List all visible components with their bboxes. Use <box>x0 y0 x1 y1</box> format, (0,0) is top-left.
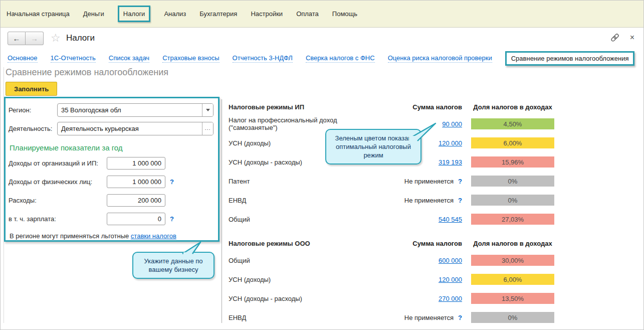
column-sum-header: Сумма налогов <box>387 240 462 247</box>
regime-name: Общий <box>229 257 387 264</box>
share-cell: 6,00% <box>471 137 554 148</box>
field-input[interactable]: 0 <box>107 213 165 225</box>
help-icon[interactable]: ? <box>458 178 462 185</box>
activity-input[interactable]: Деятельность курьерская ... <box>57 122 213 135</box>
field-input[interactable]: 1 000 000 <box>107 157 165 170</box>
tab-Список задач[interactable]: Список задач <box>109 54 149 63</box>
help-icon[interactable]: ? <box>458 197 462 204</box>
share-cell: 15,96% <box>471 156 554 168</box>
table-row: УСН (доходы - расходы)270 00013,50% <box>229 289 554 308</box>
not-applicable-text: Не применяется <box>404 314 454 321</box>
main-menu-bar: Начальная страницаДеньгиНалогиАнализБухг… <box>1 1 643 28</box>
field-input[interactable]: 1 000 000 <box>107 176 165 188</box>
share-cell: 13,50% <box>471 293 554 304</box>
field-input[interactable]: 200 000 <box>107 194 165 207</box>
share-cell: 27,03% <box>471 214 554 225</box>
form-hint-callout: Укажите данные по вашему бизнесу <box>132 252 214 279</box>
sum-link[interactable]: 600 000 <box>439 257 462 264</box>
forward-arrow-icon: → <box>31 34 38 43</box>
table-header-row: Налоговые режимы ОООСумма налоговДоля на… <box>229 236 554 251</box>
back-arrow-icon: ← <box>13 34 21 43</box>
column-sum-header: Сумма налогов <box>387 103 462 111</box>
share-bar: 0% <box>471 195 554 206</box>
help-icon[interactable]: ? <box>170 178 174 186</box>
form-field-row: Доходы от организаций и ИП:1 000 000 <box>9 157 214 170</box>
sum-cell: 120 000 <box>387 276 462 283</box>
tax-rates-link[interactable]: ставки налогов <box>131 232 176 240</box>
column-title: Налоговые режимы ИП <box>229 103 387 111</box>
menu-item-Деньги[interactable]: Деньги <box>83 10 104 18</box>
activity-label: Деятельность: <box>9 125 57 132</box>
region-dropdown-button[interactable] <box>202 104 213 116</box>
share-cell: 4,50% <box>471 118 554 129</box>
share-cell: 0% <box>471 195 554 206</box>
fill-button[interactable]: Заполнить <box>6 82 57 96</box>
panel-divider <box>222 99 222 323</box>
close-icon[interactable]: × <box>630 33 634 43</box>
sum-cell: 600 000 <box>387 257 462 264</box>
tab-Основное[interactable]: Основное <box>8 54 38 63</box>
menu-item-Оплата[interactable]: Оплата <box>296 10 319 18</box>
sum-link[interactable]: 120 000 <box>439 276 462 283</box>
share-bar: 6,00% <box>471 274 554 285</box>
menu-item-Бухгалтерия[interactable]: Бухгалтерия <box>199 10 237 18</box>
section-tabs: Основное1С-ОтчетностьСписок задачСтрахов… <box>8 50 634 66</box>
share-cell: 0% <box>471 312 554 323</box>
page-title: Сравнение режимов налогообложения <box>6 67 168 78</box>
share-bar: 15,96% <box>471 156 554 168</box>
app-window: Начальная страницаДеньгиНалогиАнализБухг… <box>0 0 644 330</box>
business-data-form: Регион: 35 Вологодская обл Деятельность:… <box>4 97 220 242</box>
menu-item-Анализ[interactable]: Анализ <box>164 10 186 18</box>
regime-name: Общий <box>229 216 387 223</box>
field-label: в т. ч. зарплата: <box>9 215 107 223</box>
sum-link[interactable]: 270 000 <box>439 295 462 302</box>
copy-link-icon[interactable] <box>610 33 620 43</box>
menu-item-Налоги[interactable]: Налоги <box>118 6 151 22</box>
sum-cell: Не применяется? <box>387 314 462 321</box>
region-value: 35 Вологодская обл <box>58 104 202 116</box>
back-button[interactable]: ← <box>8 32 26 45</box>
menu-item-Настройки[interactable]: Настройки <box>251 10 283 18</box>
table-row: Общий540 54527,03% <box>229 210 554 229</box>
regime-name: УСН (доходы - расходы) <box>229 295 387 302</box>
not-applicable-text: Не применяется <box>404 178 454 185</box>
tab-Отчетность 3-НДФЛ[interactable]: Отчетность 3-НДФЛ <box>233 54 293 63</box>
sum-link[interactable]: 120 000 <box>439 139 462 147</box>
column-share-header: Доля налогов в доходах <box>471 240 554 247</box>
table-row: УСН (доходы)120 0006,00% <box>229 270 554 289</box>
menu-item-Начальная страница[interactable]: Начальная страница <box>7 10 70 18</box>
tab-Страховые взносы[interactable]: Страховые взносы <box>162 54 219 63</box>
form-field-row: Доходы от физических лиц:1 000 000? <box>9 176 214 188</box>
region-rates-note: В регионе могут применяться льготные ста… <box>10 232 214 240</box>
region-select[interactable]: 35 Вологодская обл <box>57 103 213 117</box>
sum-cell: 540 545 <box>387 216 462 223</box>
sum-link[interactable]: 540 545 <box>439 216 462 223</box>
tab-Оценка риска налоговой проверки[interactable]: Оценка риска налоговой проверки <box>388 54 492 63</box>
help-icon[interactable]: ? <box>458 314 462 321</box>
menu-item-Помощь[interactable]: Помощь <box>332 10 357 18</box>
share-bar: 0% <box>471 312 554 323</box>
form-hint-text: Укажите данные по вашему бизнесу <box>144 257 202 273</box>
forward-button[interactable]: → <box>26 32 44 45</box>
planned-indicators-fields: Доходы от организаций и ИП:1 000 000Дохо… <box>9 157 214 225</box>
not-applicable-text: Не применяется <box>404 197 454 204</box>
table-header-row: Налоговые режимы ИПСумма налоговДоля нал… <box>229 99 554 114</box>
table-row: Общий600 00030,00% <box>229 251 554 270</box>
sum-cell: Не применяется? <box>387 197 462 204</box>
share-bar: 0% <box>471 176 554 187</box>
tab-Сравнение режимов налогообложения[interactable]: Сравнение режимов налогообложения <box>505 51 635 66</box>
tab-Сверка налогов с ФНС[interactable]: Сверка налогов с ФНС <box>306 54 375 63</box>
share-bar: 30,00% <box>471 255 554 266</box>
activity-browse-button[interactable]: ... <box>202 122 213 135</box>
form-field-row: в т. ч. зарплата:0? <box>9 213 214 225</box>
share-cell: 6,00% <box>471 274 554 285</box>
help-icon[interactable]: ? <box>170 215 174 223</box>
field-label: Расходы: <box>9 197 107 204</box>
column-title: Налоговые режимы ООО <box>229 240 387 247</box>
field-label: Доходы от организаций и ИП: <box>9 159 107 167</box>
favorite-star-icon[interactable]: ☆ <box>51 32 61 45</box>
sum-link[interactable]: 90 000 <box>442 120 462 128</box>
ellipsis-icon: ... <box>204 125 210 133</box>
tab-1С-Отчетность[interactable]: 1С-Отчетность <box>51 54 96 63</box>
sum-link[interactable]: 319 193 <box>439 158 462 166</box>
